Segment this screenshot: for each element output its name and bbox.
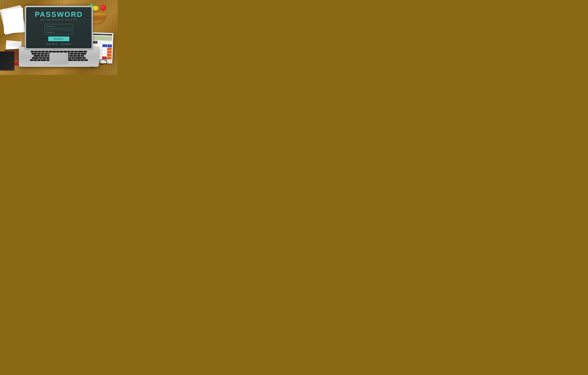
- key-uparrow: [82, 57, 86, 59]
- key-lshift: [32, 57, 39, 59]
- calc-btn-div: ÷: [107, 48, 112, 50]
- key-option: [37, 59, 41, 61]
- form-footer: Remember Me Forget Password?: [46, 43, 71, 45]
- key-0: [67, 51, 70, 52]
- key-z: [39, 57, 42, 59]
- key-semicolon: [74, 55, 77, 57]
- key-s: [44, 55, 48, 57]
- key-return: [81, 53, 86, 55]
- laptop-lid: PASSWORD DON'T HAVE AN ACCOUNT CREATE NO…: [25, 6, 93, 49]
- screen-bezel: PASSWORD DON'T HAVE AN ACCOUNT CREATE NO…: [26, 7, 92, 48]
- key-2: [38, 51, 41, 52]
- laptop-hinge: [25, 49, 93, 51]
- key-period: [68, 57, 71, 59]
- laptop: PASSWORD DON'T HAVE AN ACCOUNT CREATE NO…: [19, 6, 99, 67]
- key-tab: [32, 53, 37, 55]
- key-lbracket: [74, 53, 77, 55]
- key-fn: [30, 59, 33, 61]
- webcam: [59, 6, 59, 7]
- key-equal: [74, 51, 78, 52]
- apple-red: [100, 5, 106, 10]
- forget-password-link[interactable]: Forget Password?: [61, 43, 71, 45]
- key-leftarrow: [77, 59, 80, 61]
- password-input[interactable]: [45, 30, 73, 34]
- key-c: [46, 57, 50, 59]
- calc-btn-taxminus: TAX-: [107, 45, 112, 47]
- key-delete: [84, 51, 87, 52]
- key-ctrl: [34, 59, 37, 61]
- key-a: [41, 55, 44, 57]
- calc-btn-9: 9: [102, 47, 107, 50]
- key-3: [42, 51, 45, 52]
- calc-btn-mplus: M+: [107, 41, 112, 44]
- key-l: [70, 55, 73, 57]
- key-cmd-right: [68, 59, 73, 61]
- key-row-numbers: [25, 51, 93, 52]
- key-rshift: [75, 57, 82, 59]
- key-q: [37, 53, 41, 55]
- key-downarrow: [81, 59, 84, 61]
- key-rightarrow: [84, 59, 88, 61]
- key-1: [34, 51, 38, 52]
- key-x: [42, 57, 46, 59]
- trackpad[interactable]: [49, 53, 68, 64]
- key-4: [45, 51, 49, 52]
- password-group: [45, 30, 73, 34]
- key-backspace: [78, 51, 83, 52]
- key-9: [63, 51, 67, 52]
- wallet: [0, 51, 14, 70]
- screen-content: PASSWORD DON'T HAVE AN ACCOUNT CREATE NO…: [26, 7, 92, 48]
- calc-btn-3: 3: [102, 53, 107, 56]
- remember-me: Remember Me: [46, 43, 57, 45]
- key-e: [44, 53, 48, 55]
- key-tilde: [31, 51, 34, 52]
- remember-me-checkbox[interactable]: [46, 43, 48, 45]
- key-capslock: [34, 55, 40, 57]
- calc-btn-mminus: M-: [103, 41, 107, 44]
- key-5: [49, 51, 52, 52]
- connect-button[interactable]: CONNECT: [48, 37, 69, 41]
- key-6: [52, 51, 56, 52]
- key-cmd-left: [41, 59, 46, 61]
- calc-btn-taxplus: TAX+: [103, 44, 107, 47]
- screen-title: PASSWORD: [35, 11, 83, 18]
- key-8: [60, 51, 63, 52]
- key-backslash: [81, 55, 84, 57]
- calc-btn-6: 6: [102, 51, 107, 53]
- screen-subtitle: DON'T HAVE AN ACCOUNT CREATE NOW: [41, 19, 77, 20]
- remember-me-label: Remember Me: [49, 43, 57, 45]
- glasses-lens-right: [99, 58, 107, 65]
- key-quote: [77, 55, 80, 57]
- key-rbracket: [77, 53, 81, 55]
- key-p: [70, 53, 73, 55]
- key-minus: [71, 51, 74, 52]
- calc-btn-mul: ×: [107, 51, 112, 53]
- key-w: [41, 53, 44, 55]
- key-slash: [72, 57, 75, 59]
- key-option-right: [74, 59, 77, 61]
- username-group: [45, 24, 73, 29]
- username-input[interactable]: [45, 24, 73, 29]
- key-7: [56, 51, 60, 52]
